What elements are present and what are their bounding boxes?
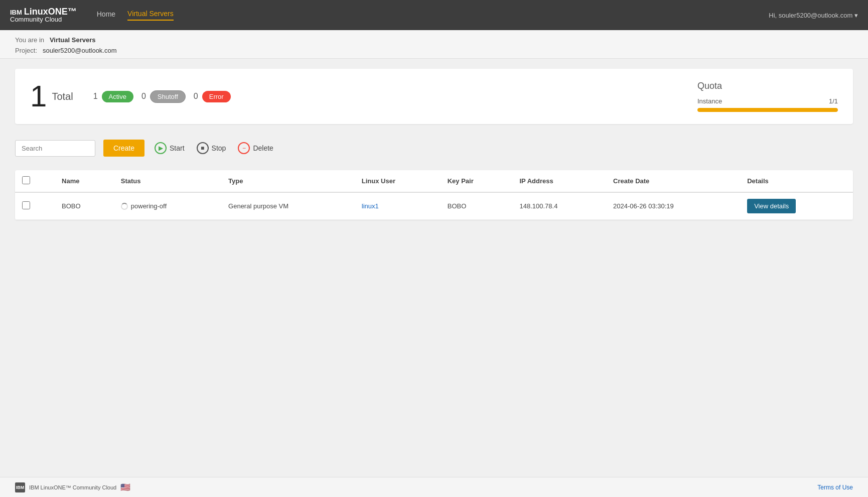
stats-badges: 1 Active 0 Shutoff 0 Error [93,90,231,103]
table-header: Name Status Type Linux User Key Pair IP … [15,170,853,192]
toolbar: Create ▶ Start ■ Stop − Delete [15,134,853,162]
quota-panel: Quota Instance 1/1 [697,81,838,112]
col-key-pair: Key Pair [441,170,513,192]
logo-area: IBM LinuxONE™ Community Cloud [10,7,77,23]
view-details-button[interactable]: View details [747,199,796,213]
total-group: 1 Total [30,81,73,111]
stats-panel: 1 Total 1 Active 0 Shutoff 0 Error Quota… [15,69,853,124]
row-type: General purpose VM [221,192,355,220]
row-details: View details [740,192,853,220]
start-button[interactable]: ▶ Start [153,139,187,157]
row-status: powering-off [114,192,221,220]
row-key-pair: BOBO [441,192,513,220]
status-spinner-icon [121,203,128,210]
row-checkbox[interactable] [22,201,30,209]
status-cell: powering-off [121,202,214,210]
terms-of-use-link[interactable]: Terms of Use [817,484,853,491]
nav-home[interactable]: Home [97,10,115,20]
total-label: Total [52,91,73,102]
header-left: IBM LinuxONE™ Community Cloud Home Virtu… [10,7,174,23]
project-value: souler5200@outlook.com [43,47,117,54]
quota-instance-value: 1/1 [829,97,838,105]
start-label: Start [170,144,185,152]
linux-user-link[interactable]: linux1 [362,202,379,210]
footer-logo: IBM IBM LinuxONE™ Community Cloud 🇺🇸 [15,482,130,492]
footer-ibm-icon: IBM [15,482,25,492]
error-stat: 0 Error [194,91,231,102]
col-details: Details [740,170,853,192]
footer-flag-icon: 🇺🇸 [120,482,130,492]
select-all-checkbox[interactable] [22,176,30,184]
row-ip-address: 148.100.78.4 [512,192,606,220]
search-input[interactable] [15,140,95,157]
table-container: Name Status Type Linux User Key Pair IP … [15,170,853,220]
col-name: Name [55,170,114,192]
col-ip-address: IP Address [512,170,606,192]
logo-text: IBM LinuxONE™ Community Cloud [10,7,77,23]
stats-left: 1 Total 1 Active 0 Shutoff 0 Error [30,81,231,111]
breadcrumb-bar: You are in Virtual Servers Project: soul… [0,30,868,59]
error-badge: Error [202,91,231,102]
table-body: BOBO powering-off General purpose VM lin… [15,192,853,220]
current-page-label: Virtual Servers [50,36,96,44]
error-count: 0 [194,92,198,101]
col-status: Status [114,170,221,192]
table-header-row: Name Status Type Linux User Key Pair IP … [15,170,853,192]
footer: IBM IBM LinuxONE™ Community Cloud 🇺🇸 Ter… [0,477,868,497]
you-are-in-label: You are in [15,36,44,44]
user-greeting: Hi, souler5200@outlook.com ▾ [769,12,858,19]
virtual-servers-table: Name Status Type Linux User Key Pair IP … [15,170,853,220]
user-menu[interactable]: Hi, souler5200@outlook.com ▾ [769,12,858,19]
breadcrumb: You are in Virtual Servers [15,36,853,44]
quota-title: Quota [697,81,838,91]
nav-links: Home Virtual Servers [97,10,174,21]
quota-bar-fill [697,108,838,112]
col-linux-user: Linux User [355,170,441,192]
create-button[interactable]: Create [103,140,144,157]
row-name: BOBO [55,192,114,220]
footer-logo-text: IBM LinuxONE™ Community Cloud [29,484,116,490]
nav-virtual-servers[interactable]: Virtual Servers [127,10,174,21]
shutoff-badge: Shutoff [150,90,186,103]
shutoff-count: 0 [141,92,146,101]
project-label: Project: [15,47,37,54]
table-row: BOBO powering-off General purpose VM lin… [15,192,853,220]
active-count: 1 [93,92,98,101]
quota-instance-label: Instance [697,97,722,105]
row-linux-user: linux1 [355,192,441,220]
delete-label: Delete [253,144,273,152]
view-details-label: View details [754,202,789,210]
delete-icon: − [238,142,250,154]
stop-button[interactable]: ■ Stop [195,139,228,157]
quota-bar-background [697,108,838,112]
row-create-date: 2024-06-26 03:30:19 [606,192,740,220]
col-create-date: Create Date [606,170,740,192]
delete-button[interactable]: − Delete [236,139,275,157]
status-text: powering-off [131,202,167,210]
stop-icon: ■ [197,142,209,154]
active-badge: Active [102,91,133,102]
quota-row-instance: Instance 1/1 [697,97,838,105]
col-type: Type [221,170,355,192]
row-checkbox-cell [15,192,55,220]
project-line: Project: souler5200@outlook.com [15,47,853,54]
col-checkbox [15,170,55,192]
start-icon: ▶ [155,142,167,154]
active-stat: 1 Active [93,91,133,102]
total-number: 1 [30,81,47,111]
stop-label: Stop [212,144,226,152]
header: IBM LinuxONE™ Community Cloud Home Virtu… [0,0,868,30]
terms-label: Terms of Use [817,484,853,491]
shutoff-stat: 0 Shutoff [141,90,186,103]
